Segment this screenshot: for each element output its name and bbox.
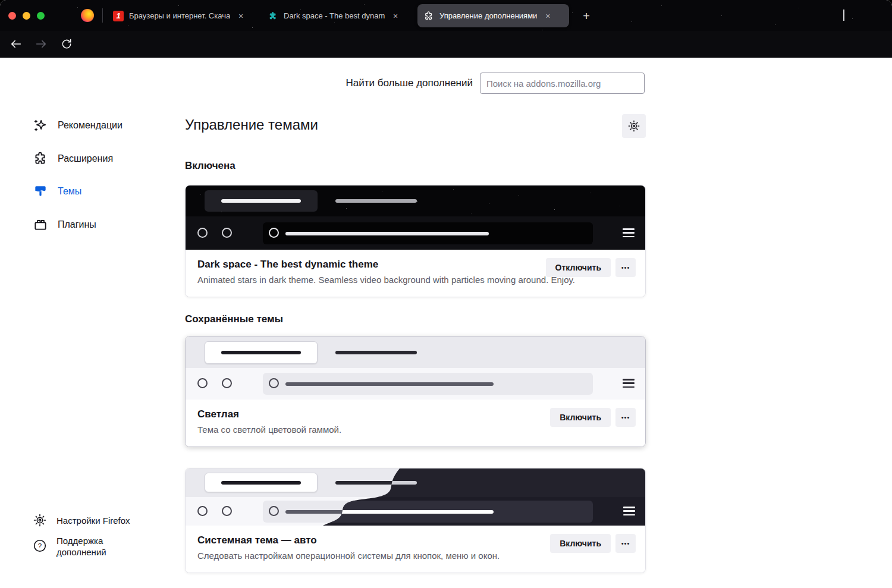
navigation-toolbar: Firefox about:addons — [0, 31, 892, 58]
tab-close-icon[interactable]: × — [236, 11, 246, 21]
sidebar-item-label: Темы — [58, 186, 81, 197]
tab-separator — [102, 8, 103, 23]
sidebar-item-label: Рекомендации — [58, 120, 123, 131]
window-close-button[interactable] — [8, 12, 16, 20]
gear-icon — [627, 120, 640, 133]
question-icon: ? — [33, 539, 47, 553]
more-options-button[interactable]: ••• — [615, 258, 636, 277]
starfield-decoration — [186, 185, 186, 186]
addons-search-input[interactable] — [480, 73, 645, 94]
sidebar-item-label: Настройки Firefox — [56, 515, 130, 526]
theme-card-system-auto: Системная тема — авто Следовать настройк… — [185, 468, 646, 573]
sidebar-item-themes[interactable]: Темы — [33, 181, 81, 202]
sidebar-item-firefox-settings[interactable]: Настройки Firefox — [33, 513, 130, 527]
tab-browsers-internet[interactable]: 1 Браузеры и интернет. Скачать × — [107, 5, 256, 27]
section-heading-saved: Сохранённые темы — [185, 313, 283, 325]
plugin-icon — [33, 217, 48, 232]
more-options-button[interactable]: ••• — [615, 408, 636, 427]
theme-preview-light — [186, 337, 645, 400]
firefox-view-icon[interactable] — [81, 9, 94, 22]
addons-manager-page: Найти больше дополнений Рекомендации Рас… — [0, 58, 892, 588]
window-minimize-button[interactable] — [23, 12, 30, 20]
sidebar-item-label: Поддержка дополнений — [56, 535, 128, 558]
puzzle-icon — [33, 151, 48, 166]
themes-options-button[interactable] — [622, 114, 646, 138]
tab-title: Управление дополнениями — [439, 11, 537, 20]
sidebar-item-addon-support[interactable]: ? Поддержка дополнений — [33, 535, 128, 558]
tab-addons-manager-active[interactable]: Управление дополнениями × — [417, 4, 569, 27]
gear-icon — [33, 513, 47, 527]
starfield-decoration — [0, 0, 1, 1]
sidebar-item-plugins[interactable]: Плагины — [33, 214, 96, 235]
sparkle-icon — [33, 118, 48, 133]
theme-card-dark-space: Dark space - The best dynamic theme Anim… — [185, 185, 646, 297]
reload-button[interactable] — [55, 33, 78, 55]
window-zoom-button[interactable] — [37, 12, 45, 20]
more-options-button[interactable]: ••• — [615, 534, 636, 553]
puzzle-icon — [423, 11, 434, 21]
page-title: Управление темами — [185, 117, 318, 133]
find-more-addons-label: Найти больше дополнений — [185, 77, 473, 89]
disable-theme-button[interactable]: Отключить — [546, 258, 611, 277]
sidebar-item-extensions[interactable]: Расширения — [33, 148, 113, 169]
paintbrush-icon — [33, 184, 48, 199]
tab-dark-space[interactable]: Dark space - The best dynamic × — [262, 5, 412, 27]
sidebar-item-label: Плагины — [58, 219, 96, 230]
sidebar-item-recommendations[interactable]: Рекомендации — [33, 115, 123, 136]
addons-favicon — [268, 11, 278, 21]
new-tab-button[interactable]: + — [578, 8, 595, 24]
tab-close-icon[interactable]: × — [543, 11, 552, 21]
tab-title: Dark space - The best dynamic — [284, 11, 385, 20]
forward-button[interactable] — [30, 33, 52, 55]
theme-preview-system — [186, 468, 645, 526]
svg-text:?: ? — [38, 542, 42, 549]
back-button[interactable] — [5, 33, 27, 55]
tab-close-icon[interactable]: × — [391, 11, 400, 21]
theme-card-light: Светлая Тема со светлой цветовой гаммой.… — [185, 336, 646, 447]
enable-theme-button[interactable]: Включить — [550, 534, 611, 553]
browser-window: 1 Браузеры и интернет. Скачать × Dark sp… — [0, 0, 892, 588]
chevron-down-icon — [843, 10, 844, 21]
sidebar-item-label: Расширения — [58, 153, 113, 164]
channel-one-favicon: 1 — [113, 11, 124, 21]
theme-preview-dark — [186, 185, 645, 250]
tab-title: Браузеры и интернет. Скачать — [129, 11, 230, 20]
section-heading-enabled: Включена — [185, 160, 235, 172]
enable-theme-button[interactable]: Включить — [550, 408, 611, 427]
list-all-tabs-button[interactable] — [843, 10, 858, 21]
